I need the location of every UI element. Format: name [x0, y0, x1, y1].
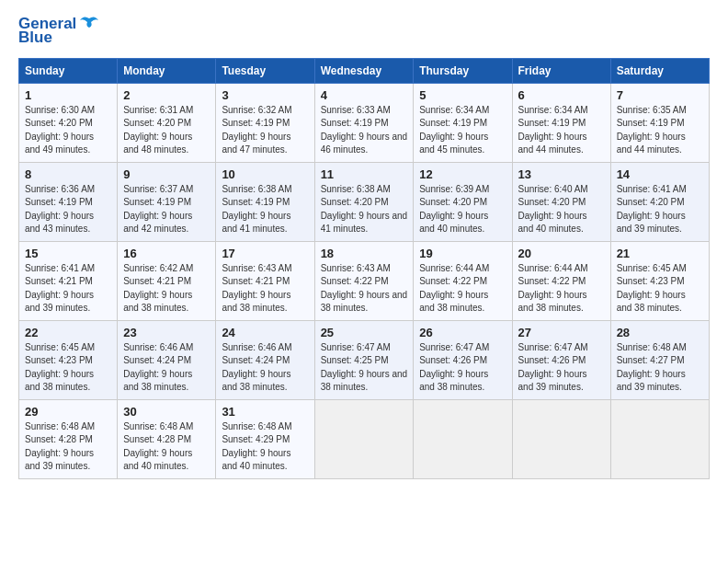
calendar-cell: 14Sunrise: 6:41 AM Sunset: 4:20 PM Dayli…: [610, 162, 709, 241]
day-number: 24: [222, 326, 308, 339]
calendar-cell: 28Sunrise: 6:48 AM Sunset: 4:27 PM Dayli…: [610, 320, 709, 399]
day-info: Sunrise: 6:41 AM Sunset: 4:21 PM Dayligh…: [25, 262, 111, 316]
calendar-cell: 2Sunrise: 6:31 AM Sunset: 4:20 PM Daylig…: [118, 83, 216, 162]
day-number: 7: [617, 88, 703, 102]
day-info: Sunrise: 6:47 AM Sunset: 4:25 PM Dayligh…: [321, 341, 408, 395]
calendar-cell: 1Sunrise: 6:30 AM Sunset: 4:20 PM Daylig…: [19, 83, 118, 162]
day-number: 30: [123, 405, 210, 419]
calendar-week-3: 15Sunrise: 6:41 AM Sunset: 4:21 PM Dayli…: [19, 241, 710, 320]
calendar-cell: 25Sunrise: 6:47 AM Sunset: 4:25 PM Dayli…: [314, 320, 414, 399]
day-number: 20: [518, 247, 605, 260]
day-info: Sunrise: 6:48 AM Sunset: 4:28 PM Dayligh…: [25, 420, 111, 474]
weekday-header-monday: Monday: [118, 58, 216, 83]
day-info: Sunrise: 6:33 AM Sunset: 4:19 PM Dayligh…: [321, 104, 408, 157]
calendar-cell: [314, 399, 414, 478]
day-number: 23: [123, 326, 210, 339]
day-number: 27: [518, 326, 605, 339]
day-number: 1: [25, 88, 111, 102]
day-info: Sunrise: 6:35 AM Sunset: 4:19 PM Dayligh…: [617, 104, 703, 157]
day-info: Sunrise: 6:44 AM Sunset: 4:22 PM Dayligh…: [518, 262, 605, 316]
day-number: 25: [321, 326, 408, 339]
day-number: 9: [123, 167, 210, 181]
calendar-cell: 11Sunrise: 6:38 AM Sunset: 4:20 PM Dayli…: [314, 162, 414, 241]
logo: General Blue: [18, 15, 100, 47]
day-number: 19: [419, 247, 506, 260]
day-info: Sunrise: 6:43 AM Sunset: 4:21 PM Dayligh…: [222, 262, 308, 316]
day-info: Sunrise: 6:43 AM Sunset: 4:22 PM Dayligh…: [321, 262, 408, 316]
day-info: Sunrise: 6:48 AM Sunset: 4:27 PM Dayligh…: [617, 341, 703, 395]
calendar-cell: [512, 399, 610, 478]
day-number: 4: [321, 88, 408, 102]
day-info: Sunrise: 6:32 AM Sunset: 4:19 PM Dayligh…: [222, 104, 308, 157]
day-info: Sunrise: 6:47 AM Sunset: 4:26 PM Dayligh…: [518, 341, 605, 395]
calendar-cell: 23Sunrise: 6:46 AM Sunset: 4:24 PM Dayli…: [118, 320, 216, 399]
calendar-cell: 26Sunrise: 6:47 AM Sunset: 4:26 PM Dayli…: [414, 320, 512, 399]
calendar-cell: 19Sunrise: 6:44 AM Sunset: 4:22 PM Dayli…: [414, 241, 512, 320]
day-number: 18: [321, 247, 408, 260]
calendar-week-4: 22Sunrise: 6:45 AM Sunset: 4:23 PM Dayli…: [19, 320, 710, 399]
day-number: 6: [518, 88, 605, 102]
day-number: 29: [25, 405, 111, 419]
day-number: 14: [617, 167, 703, 181]
calendar-cell: 4Sunrise: 6:33 AM Sunset: 4:19 PM Daylig…: [314, 83, 414, 162]
weekday-header-tuesday: Tuesday: [216, 58, 314, 83]
logo-bird-icon: [78, 15, 100, 33]
day-number: 5: [419, 88, 506, 102]
day-number: 31: [222, 405, 308, 419]
calendar-cell: 20Sunrise: 6:44 AM Sunset: 4:22 PM Dayli…: [512, 241, 610, 320]
calendar-cell: 15Sunrise: 6:41 AM Sunset: 4:21 PM Dayli…: [19, 241, 118, 320]
weekday-header-sunday: Sunday: [19, 58, 118, 83]
calendar-table: SundayMondayTuesdayWednesdayThursdayFrid…: [18, 58, 710, 479]
calendar-cell: 31Sunrise: 6:48 AM Sunset: 4:29 PM Dayli…: [216, 399, 314, 478]
day-info: Sunrise: 6:40 AM Sunset: 4:20 PM Dayligh…: [518, 183, 605, 236]
calendar-cell: 29Sunrise: 6:48 AM Sunset: 4:28 PM Dayli…: [19, 399, 118, 478]
day-info: Sunrise: 6:38 AM Sunset: 4:19 PM Dayligh…: [222, 183, 308, 236]
weekday-header-thursday: Thursday: [414, 58, 512, 83]
day-info: Sunrise: 6:37 AM Sunset: 4:19 PM Dayligh…: [123, 183, 210, 236]
day-info: Sunrise: 6:46 AM Sunset: 4:24 PM Dayligh…: [123, 341, 210, 395]
weekday-header-friday: Friday: [512, 58, 610, 83]
calendar-cell: 3Sunrise: 6:32 AM Sunset: 4:19 PM Daylig…: [216, 83, 314, 162]
calendar-cell: 21Sunrise: 6:45 AM Sunset: 4:23 PM Dayli…: [610, 241, 709, 320]
day-number: 12: [419, 167, 506, 181]
day-number: 16: [123, 247, 210, 260]
day-number: 21: [617, 247, 703, 260]
calendar-cell: 12Sunrise: 6:39 AM Sunset: 4:20 PM Dayli…: [414, 162, 512, 241]
weekday-header-wednesday: Wednesday: [314, 58, 414, 83]
calendar-cell: 24Sunrise: 6:46 AM Sunset: 4:24 PM Dayli…: [216, 320, 314, 399]
calendar-cell: 30Sunrise: 6:48 AM Sunset: 4:28 PM Dayli…: [118, 399, 216, 478]
calendar-cell: 27Sunrise: 6:47 AM Sunset: 4:26 PM Dayli…: [512, 320, 610, 399]
day-info: Sunrise: 6:31 AM Sunset: 4:20 PM Dayligh…: [123, 104, 210, 157]
day-info: Sunrise: 6:30 AM Sunset: 4:20 PM Dayligh…: [25, 104, 111, 157]
day-number: 2: [123, 88, 210, 102]
weekday-header-saturday: Saturday: [610, 58, 709, 83]
calendar-cell: [610, 399, 709, 478]
calendar-cell: 10Sunrise: 6:38 AM Sunset: 4:19 PM Dayli…: [216, 162, 314, 241]
day-info: Sunrise: 6:44 AM Sunset: 4:22 PM Dayligh…: [419, 262, 506, 316]
calendar-cell: 9Sunrise: 6:37 AM Sunset: 4:19 PM Daylig…: [118, 162, 216, 241]
calendar-cell: 13Sunrise: 6:40 AM Sunset: 4:20 PM Dayli…: [512, 162, 610, 241]
day-number: 10: [222, 167, 308, 181]
calendar-week-1: 1Sunrise: 6:30 AM Sunset: 4:20 PM Daylig…: [19, 83, 710, 162]
calendar-cell: 6Sunrise: 6:34 AM Sunset: 4:19 PM Daylig…: [512, 83, 610, 162]
day-info: Sunrise: 6:48 AM Sunset: 4:28 PM Dayligh…: [123, 420, 210, 474]
calendar-cell: 5Sunrise: 6:34 AM Sunset: 4:19 PM Daylig…: [414, 83, 512, 162]
calendar-cell: 16Sunrise: 6:42 AM Sunset: 4:21 PM Dayli…: [118, 241, 216, 320]
day-number: 17: [222, 247, 308, 260]
calendar-week-5: 29Sunrise: 6:48 AM Sunset: 4:28 PM Dayli…: [19, 399, 710, 478]
day-info: Sunrise: 6:48 AM Sunset: 4:29 PM Dayligh…: [222, 420, 308, 474]
calendar-cell: 8Sunrise: 6:36 AM Sunset: 4:19 PM Daylig…: [19, 162, 118, 241]
day-info: Sunrise: 6:47 AM Sunset: 4:26 PM Dayligh…: [419, 341, 506, 395]
day-info: Sunrise: 6:38 AM Sunset: 4:20 PM Dayligh…: [321, 183, 408, 236]
day-number: 11: [321, 167, 408, 181]
calendar-cell: [414, 399, 512, 478]
day-number: 15: [25, 247, 111, 260]
day-info: Sunrise: 6:45 AM Sunset: 4:23 PM Dayligh…: [617, 262, 703, 316]
calendar-cell: 22Sunrise: 6:45 AM Sunset: 4:23 PM Dayli…: [19, 320, 118, 399]
day-number: 13: [518, 167, 605, 181]
day-info: Sunrise: 6:34 AM Sunset: 4:19 PM Dayligh…: [518, 104, 605, 157]
day-info: Sunrise: 6:39 AM Sunset: 4:20 PM Dayligh…: [419, 183, 506, 236]
logo-blue: Blue: [18, 29, 52, 47]
day-info: Sunrise: 6:36 AM Sunset: 4:19 PM Dayligh…: [25, 183, 111, 236]
calendar-week-2: 8Sunrise: 6:36 AM Sunset: 4:19 PM Daylig…: [19, 162, 710, 241]
